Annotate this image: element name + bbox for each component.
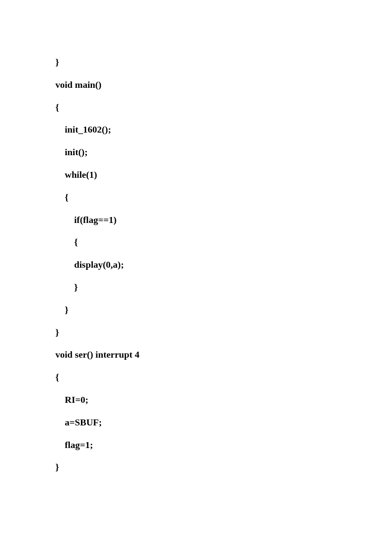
code-line: void ser() interrupt 4 bbox=[55, 344, 392, 366]
code-line: display(0,a); bbox=[55, 254, 392, 276]
code-line: flag=1; bbox=[55, 434, 392, 457]
code-line: void main() bbox=[55, 74, 392, 96]
code-line: init(); bbox=[55, 141, 392, 164]
code-line: { bbox=[55, 231, 392, 254]
code-line: } bbox=[55, 456, 392, 479]
code-line: RI=0; bbox=[55, 389, 392, 411]
code-line: } bbox=[55, 51, 392, 74]
code-document: } void main() { init_1602(); init(); whi… bbox=[0, 0, 392, 479]
code-line: init_1602(); bbox=[55, 119, 392, 141]
code-line: a=SBUF; bbox=[55, 411, 392, 434]
code-line: } bbox=[55, 299, 392, 321]
code-line: } bbox=[55, 321, 392, 344]
code-line: { bbox=[55, 366, 392, 389]
code-line: if(flag==1) bbox=[55, 209, 392, 231]
code-line: { bbox=[55, 96, 392, 119]
code-line: } bbox=[55, 276, 392, 299]
code-line: { bbox=[55, 186, 392, 209]
code-line: while(1) bbox=[55, 164, 392, 186]
